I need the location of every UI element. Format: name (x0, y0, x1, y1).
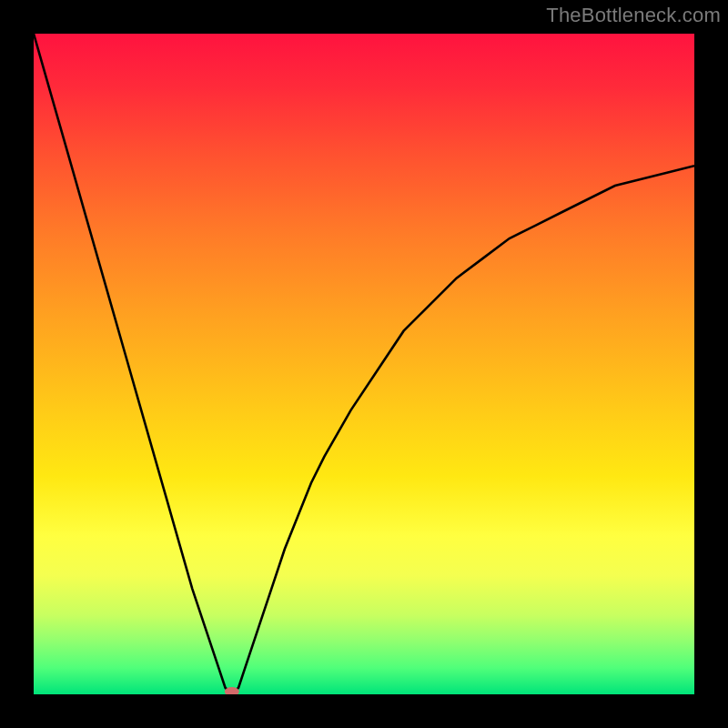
curve-group (34, 34, 694, 694)
plot-area (34, 34, 694, 694)
watermark-label: TheBottleneck.com (546, 4, 721, 27)
bottleneck-curve (34, 34, 694, 694)
curve-line (34, 34, 694, 694)
chart-frame: TheBottleneck.com (0, 0, 728, 728)
